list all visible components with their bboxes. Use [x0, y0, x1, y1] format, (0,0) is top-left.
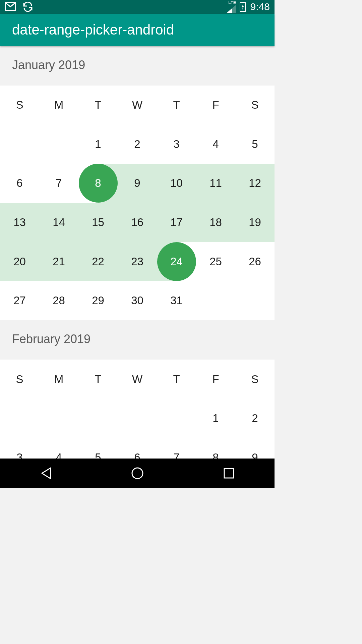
nav-home-button[interactable] — [129, 465, 145, 481]
calendar-day[interactable]: 19 — [235, 203, 275, 242]
calendar-day[interactable]: 12 — [235, 164, 275, 203]
calendar-day[interactable]: 9 — [235, 438, 275, 459]
calendar-day[interactable]: 14 — [39, 203, 78, 242]
calendar-day-number: 30 — [131, 294, 143, 307]
calendar-day-number: 5 — [95, 451, 101, 459]
calendar-day[interactable]: 23 — [118, 242, 157, 281]
calendar-day-number: 17 — [170, 216, 183, 229]
calendar-day[interactable]: 4 — [39, 438, 78, 459]
calendar-day-number: 1 — [213, 412, 219, 425]
calendar-day-number: 7 — [56, 177, 62, 190]
calendar-day[interactable]: 29 — [78, 281, 118, 320]
calendar-day[interactable]: 5 — [78, 438, 118, 459]
calendar-day[interactable]: 26 — [235, 242, 275, 281]
calendar-scroll[interactable]: January 2019 S M T W T F S 1234567891011… — [0, 46, 275, 459]
month-grid-feb: 1234567891011121314151617181920212223242… — [0, 399, 275, 459]
calendar-day-number: 8 — [213, 451, 219, 459]
calendar-day-empty — [0, 399, 39, 438]
dow-fri: F — [196, 86, 235, 125]
calendar-day[interactable]: 9 — [118, 164, 157, 203]
calendar-day[interactable]: 4 — [196, 125, 235, 164]
calendar-day-number: 21 — [53, 255, 65, 268]
calendar-day-number: 15 — [92, 216, 104, 229]
calendar-day[interactable]: 1 — [78, 125, 118, 164]
dow-row: S M T W T F S — [0, 86, 275, 125]
calendar-day[interactable]: 28 — [39, 281, 78, 320]
calendar-day-number: 24 — [170, 255, 183, 268]
calendar-day[interactable]: 16 — [118, 203, 157, 242]
calendar-day[interactable]: 11 — [196, 164, 235, 203]
calendar-day-number: 4 — [213, 138, 219, 151]
calendar-day[interactable]: 21 — [39, 242, 78, 281]
calendar-day-number: 6 — [134, 451, 140, 459]
calendar-day-number: 9 — [134, 177, 140, 190]
month-title: January 2019 — [12, 58, 85, 72]
app-title: date-range-picker-android — [12, 22, 174, 38]
calendar-day-number: 3 — [16, 451, 22, 459]
status-right: LTE 9:48 — [227, 1, 270, 13]
calendar-day-number: 2 — [252, 412, 258, 425]
battery-charging-icon — [240, 2, 246, 12]
calendar-day[interactable]: 24 — [157, 242, 196, 281]
calendar-day-number: 5 — [252, 138, 258, 151]
calendar-day-number: 1 — [95, 138, 101, 151]
calendar-day[interactable]: 3 — [0, 438, 39, 459]
nav-back-button[interactable] — [38, 465, 54, 481]
status-time: 9:48 — [249, 1, 270, 12]
system-nav-bar — [0, 459, 275, 488]
calendar-day-number: 14 — [53, 216, 65, 229]
calendar-day-number: 3 — [173, 138, 179, 151]
calendar-day[interactable]: 7 — [157, 438, 196, 459]
app-bar: date-range-picker-android — [0, 14, 275, 46]
month-header-jan: January 2019 — [0, 46, 275, 86]
calendar-day-number: 26 — [249, 255, 261, 268]
calendar-day-number: 23 — [131, 255, 143, 268]
calendar-day[interactable]: 17 — [157, 203, 196, 242]
calendar-day[interactable]: 22 — [78, 242, 118, 281]
calendar-day[interactable]: 13 — [0, 203, 39, 242]
cellular-signal-icon: LTE — [227, 1, 236, 13]
status-left — [5, 2, 34, 12]
svg-rect-2 — [242, 2, 244, 3]
calendar-day[interactable]: 3 — [157, 125, 196, 164]
calendar-day-empty — [118, 399, 157, 438]
calendar-day[interactable]: 5 — [235, 125, 275, 164]
calendar-day[interactable]: 20 — [0, 242, 39, 281]
dow-fri: F — [196, 360, 235, 399]
dow-wed: W — [118, 86, 157, 125]
dow-mon: M — [39, 86, 78, 125]
calendar-day[interactable]: 31 — [157, 281, 196, 320]
calendar-day[interactable]: 18 — [196, 203, 235, 242]
calendar-day[interactable]: 6 — [0, 164, 39, 203]
calendar-day[interactable]: 27 — [0, 281, 39, 320]
nav-recent-button[interactable] — [221, 465, 237, 481]
calendar-day[interactable]: 30 — [118, 281, 157, 320]
calendar-day-number: 16 — [131, 216, 143, 229]
calendar-day[interactable]: 7 — [39, 164, 78, 203]
calendar-day-number: 28 — [53, 294, 65, 307]
calendar-day-number: 31 — [170, 294, 183, 307]
calendar-day-empty — [0, 125, 39, 164]
calendar-day[interactable]: 2 — [118, 125, 157, 164]
calendar-day[interactable]: 8 — [78, 164, 118, 203]
calendar-day-number: 11 — [209, 177, 222, 190]
calendar-jan: S M T W T F S 12345678910111213141516171… — [0, 86, 275, 320]
calendar-day-number: 6 — [16, 177, 22, 190]
dow-mon: M — [39, 360, 78, 399]
calendar-day[interactable]: 10 — [157, 164, 196, 203]
calendar-day[interactable]: 6 — [118, 438, 157, 459]
dow-tue: T — [78, 86, 118, 125]
dow-thu: T — [157, 360, 196, 399]
calendar-day[interactable]: 8 — [196, 438, 235, 459]
calendar-day-number: 12 — [249, 177, 261, 190]
calendar-day[interactable]: 2 — [235, 399, 275, 438]
calendar-day-number: 13 — [13, 216, 26, 229]
calendar-day[interactable]: 15 — [78, 203, 118, 242]
calendar-day-number: 18 — [209, 216, 222, 229]
calendar-day[interactable]: 25 — [196, 242, 235, 281]
calendar-day-number: 22 — [92, 255, 104, 268]
sync-icon — [22, 2, 34, 12]
calendar-day[interactable]: 1 — [196, 399, 235, 438]
month-header-feb: February 2019 — [0, 320, 275, 360]
signal-label: LTE — [228, 1, 236, 5]
